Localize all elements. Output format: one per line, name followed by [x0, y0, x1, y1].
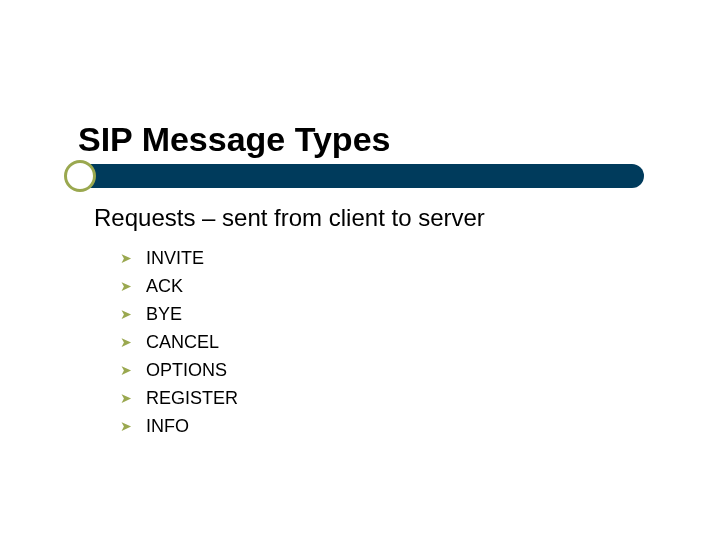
arrow-bullet-icon: ➤	[120, 384, 136, 412]
list-item: ➤ CANCEL	[120, 328, 238, 356]
list-item: ➤ ACK	[120, 272, 238, 300]
arrow-bullet-icon: ➤	[120, 412, 136, 440]
list-item-label: CANCEL	[146, 328, 219, 356]
list-item-label: BYE	[146, 300, 182, 328]
title-bullet-dot	[64, 160, 96, 192]
list-item: ➤ INVITE	[120, 244, 238, 272]
arrow-bullet-icon: ➤	[120, 356, 136, 384]
arrow-bullet-icon: ➤	[120, 244, 136, 272]
subtitle: Requests – sent from client to server	[94, 204, 485, 232]
arrow-bullet-icon: ➤	[120, 272, 136, 300]
list-item-label: REGISTER	[146, 384, 238, 412]
list-item: ➤ INFO	[120, 412, 238, 440]
list-item-label: ACK	[146, 272, 183, 300]
request-list: ➤ INVITE ➤ ACK ➤ BYE ➤ CANCEL ➤ OPTIONS …	[120, 244, 238, 440]
arrow-bullet-icon: ➤	[120, 300, 136, 328]
arrow-bullet-icon: ➤	[120, 328, 136, 356]
list-item-label: INFO	[146, 412, 189, 440]
list-item: ➤ BYE	[120, 300, 238, 328]
title-underline-bar	[78, 164, 644, 188]
list-item-label: OPTIONS	[146, 356, 227, 384]
list-item-label: INVITE	[146, 244, 204, 272]
slide-title: SIP Message Types	[78, 120, 390, 159]
list-item: ➤ REGISTER	[120, 384, 238, 412]
slide: SIP Message Types Requests – sent from c…	[0, 0, 720, 540]
list-item: ➤ OPTIONS	[120, 356, 238, 384]
